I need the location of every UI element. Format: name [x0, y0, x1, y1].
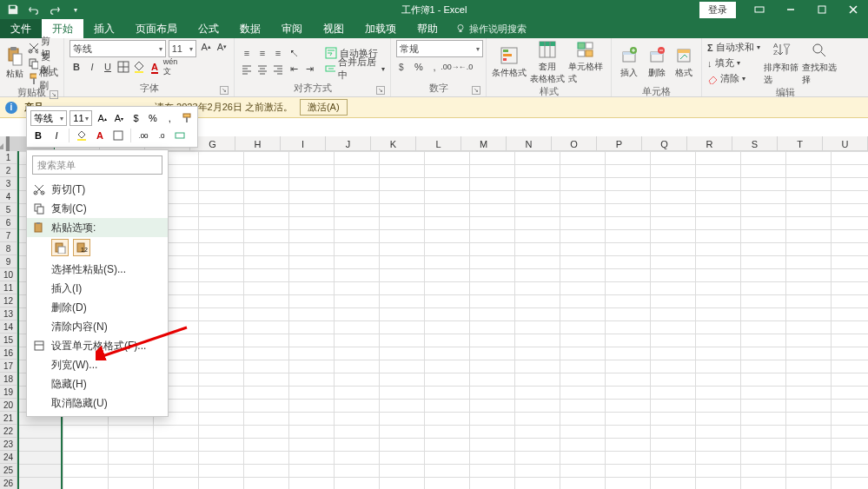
tab-addins[interactable]: 加载项 — [354, 19, 407, 38]
bold-icon[interactable]: B — [70, 60, 83, 74]
increase-indent-icon[interactable]: ⇥ — [302, 63, 316, 76]
tab-file[interactable]: 文件 — [0, 19, 42, 38]
column-header-O[interactable]: O — [552, 136, 597, 151]
tab-data[interactable]: 数据 — [229, 19, 271, 38]
align-left-icon[interactable] — [240, 63, 254, 76]
paste-option-values[interactable]: 123 — [73, 239, 90, 256]
tab-layout[interactable]: 页面布局 — [125, 19, 188, 38]
align-right-icon[interactable] — [271, 63, 285, 76]
row-header-20[interactable]: 20 — [0, 399, 17, 412]
column-header-U[interactable]: U — [823, 136, 868, 151]
column-header-S[interactable]: S — [732, 136, 778, 151]
mini-decrease-font-icon[interactable]: A▾ — [112, 110, 126, 126]
select-all-corner[interactable] — [0, 136, 6, 151]
tab-view[interactable]: 视图 — [313, 19, 354, 38]
row-header-1[interactable]: 1 — [0, 151, 17, 164]
row-header-21[interactable]: 21 — [0, 412, 17, 425]
decrease-font-icon[interactable]: A▾ — [215, 40, 229, 54]
cell-styles-button[interactable]: 单元格样式 — [568, 40, 603, 85]
table-format-button[interactable]: 套用 表格格式 — [530, 40, 565, 85]
mini-border-icon[interactable] — [110, 128, 126, 143]
row-header-7[interactable]: 7 — [0, 229, 17, 242]
fill-color-icon[interactable] — [132, 60, 146, 74]
ctx-unhide[interactable]: 取消隐藏(U) — [27, 393, 168, 413]
row-header-4[interactable]: 4 — [0, 190, 17, 203]
mini-increase-font-icon[interactable]: A▴ — [95, 110, 109, 126]
column-header-Q[interactable]: Q — [642, 136, 687, 151]
ctx-column-width[interactable]: 列宽(W)... — [27, 355, 168, 374]
ctx-cut[interactable]: 剪切(T) — [27, 180, 168, 199]
mini-font-color-icon[interactable]: A — [92, 128, 108, 143]
tab-formulas[interactable]: 公式 — [188, 19, 229, 38]
column-header-T[interactable]: T — [778, 136, 823, 151]
ctx-clear[interactable]: 清除内容(N) — [27, 317, 168, 336]
percent-icon[interactable]: % — [412, 60, 426, 74]
ctx-delete[interactable]: 删除(D) — [27, 298, 168, 317]
mini-accounting-icon[interactable]: $ — [129, 110, 142, 126]
column-header-N[interactable]: N — [507, 136, 552, 151]
row-header-14[interactable]: 14 — [0, 320, 17, 334]
ctx-copy[interactable]: 复制(C) — [27, 199, 168, 218]
close-icon[interactable] — [838, 0, 868, 19]
orientation-icon[interactable]: ⭦ — [287, 46, 301, 60]
save-icon[interactable] — [5, 2, 21, 17]
mini-size-combo[interactable]: 11▾ — [70, 110, 92, 126]
row-header-13[interactable]: 13 — [0, 307, 17, 320]
delete-cells-button[interactable]: 删除 — [645, 40, 669, 85]
phonetic-icon[interactable]: wén文 — [163, 60, 177, 74]
align-middle-icon[interactable]: ≡ — [255, 46, 269, 60]
paste-button[interactable]: 粘贴 — [5, 41, 24, 86]
column-header-R[interactable]: R — [687, 136, 732, 151]
font-color-icon[interactable]: A — [148, 60, 162, 74]
fill-button[interactable]: ↓填充▾ — [707, 56, 760, 70]
find-select-button[interactable]: 查找和选择 — [802, 41, 837, 86]
font-launcher[interactable]: ↘ — [220, 86, 229, 95]
ctx-hide[interactable]: 隐藏(H) — [27, 374, 168, 393]
font-name-combo[interactable]: 等线▾ — [70, 40, 166, 57]
row-header-5[interactable]: 5 — [0, 203, 17, 216]
row-header-3[interactable]: 3 — [0, 177, 17, 190]
mini-italic-icon[interactable]: I — [49, 128, 64, 143]
mini-bold-icon[interactable]: B — [30, 128, 46, 143]
column-header-M[interactable]: M — [461, 136, 507, 151]
row-header-19[interactable]: 19 — [0, 386, 17, 399]
column-header-L[interactable]: L — [416, 136, 461, 151]
login-button[interactable]: 登录 — [699, 2, 736, 18]
ribbon-display-icon[interactable] — [745, 0, 774, 19]
row-header-26[interactable]: 26 — [0, 477, 17, 489]
mini-paint-icon[interactable] — [180, 110, 194, 126]
row-header-25[interactable]: 25 — [0, 464, 17, 477]
format-cells-button[interactable]: 格式 — [672, 40, 696, 85]
row-header-8[interactable]: 8 — [0, 242, 17, 255]
format-painter-button[interactable]: 格式刷 — [28, 71, 58, 86]
redo-icon[interactable] — [47, 2, 63, 17]
insert-cells-button[interactable]: 插入 — [617, 40, 641, 85]
row-header-18[interactable]: 18 — [0, 373, 17, 386]
number-launcher[interactable]: ↘ — [472, 86, 480, 95]
accounting-icon[interactable]: $ — [396, 60, 410, 74]
mini-comma-icon[interactable]: , — [162, 110, 176, 126]
align-bottom-icon[interactable]: ≡ — [271, 46, 285, 60]
italic-icon[interactable]: I — [85, 60, 99, 74]
mini-fill-color-icon[interactable] — [74, 128, 89, 143]
clipboard-launcher[interactable]: ↘ — [50, 90, 58, 99]
paste-option-keep-source[interactable] — [51, 239, 69, 256]
tab-insert[interactable]: 插入 — [83, 19, 125, 38]
sort-filter-button[interactable]: AZ排序和筛选 — [764, 41, 798, 86]
align-top-icon[interactable]: ≡ — [240, 46, 254, 60]
row-header-11[interactable]: 11 — [0, 281, 17, 294]
mini-font-combo[interactable]: 等线▾ — [30, 110, 67, 126]
underline-icon[interactable]: U — [101, 60, 115, 74]
context-search-input[interactable]: 搜索菜单 — [32, 155, 162, 175]
mini-dec-decimal-icon[interactable]: .0 — [154, 128, 169, 143]
row-header-15[interactable]: 15 — [0, 334, 17, 347]
merge-center-button[interactable]: 合并后居中▾ — [325, 62, 385, 76]
column-header-J[interactable]: J — [326, 136, 371, 151]
row-header-22[interactable]: 22 — [0, 425, 17, 438]
number-format-combo[interactable]: 常规▾ — [396, 40, 483, 57]
qat-customize-icon[interactable]: ▾ — [68, 2, 83, 17]
clear-button[interactable]: 清除▾ — [707, 71, 760, 86]
increase-font-icon[interactable]: A▴ — [199, 40, 212, 54]
row-headers[interactable]: 1234567891011121314151617181920212223242… — [0, 151, 17, 489]
row-header-12[interactable]: 12 — [0, 294, 17, 307]
